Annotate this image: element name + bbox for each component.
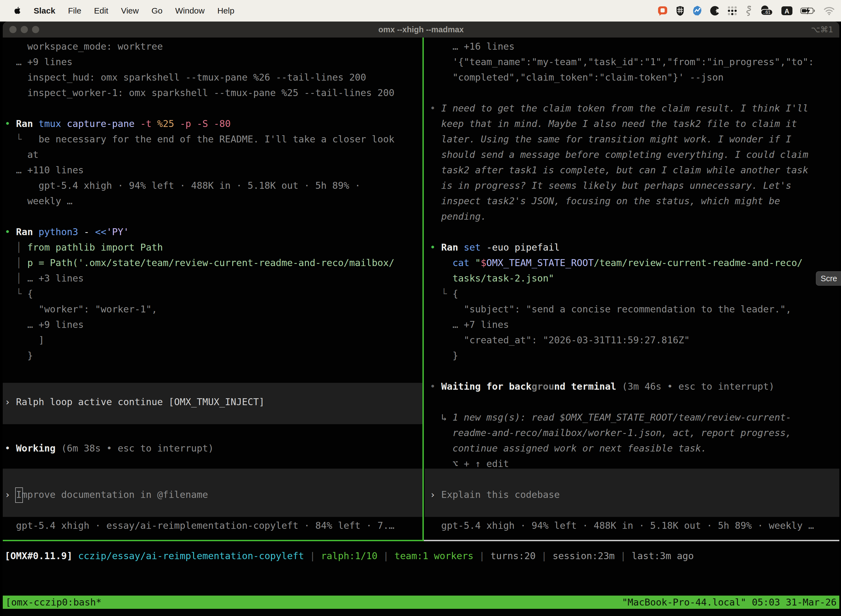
- terminal-line: │ … +3 lines: [5, 270, 84, 286]
- terminal-line: • Waiting for background terminal (3m 46…: [430, 378, 775, 394]
- pane-divider[interactable]: [422, 38, 424, 540]
- terminal-line: workspace_mode: worktree: [5, 39, 163, 54]
- menu-edit[interactable]: Edit: [94, 6, 108, 15]
- svg-text:A: A: [784, 7, 789, 15]
- menu-file[interactable]: File: [68, 6, 81, 15]
- inactive-pane-border: [424, 540, 840, 541]
- terminal-line: • I need to get the claim token from the…: [430, 100, 809, 116]
- active-pane-border: [3, 540, 424, 541]
- menubar-status-icons: ..61A: [657, 5, 841, 16]
- wifi-icon[interactable]: [823, 6, 835, 15]
- terminal-line: }: [430, 348, 458, 363]
- minimize-button[interactable]: [21, 26, 28, 33]
- terminal-line: should send a message before completing …: [430, 147, 808, 162]
- svg-text:..61: ..61: [763, 10, 771, 15]
- terminal-line: }: [5, 348, 33, 363]
- terminal-line: weekly …: [5, 193, 73, 209]
- terminal-line: ⌥ + ↑ edit: [430, 456, 509, 471]
- terminal-line: gpt-5.4 xhigh · 94% left · 488K in · 5.1…: [5, 178, 360, 193]
- window-titlebar: omx --xhigh --madmax ⌥⌘1: [3, 22, 840, 38]
- terminal-line: … +9 lines: [5, 54, 73, 70]
- terminal-line: └ {: [5, 286, 33, 301]
- terminal-line: "subject": "send a concise recommendatio…: [430, 301, 791, 317]
- terminal-line: task2 after task1 is complete, but can I…: [430, 162, 808, 178]
- apple-menu-icon[interactable]: [14, 6, 21, 15]
- terminal-line: gpt-5.4 xhigh · 94% left · 488K in · 5.1…: [430, 518, 814, 533]
- tmux-session-label: [omx-cczip0:bash*: [6, 597, 101, 608]
- terminal-line: › Ralph loop active continue [OMX_TMUX_I…: [5, 394, 265, 409]
- terminal-line: continue assigned work or next feasible …: [430, 440, 707, 456]
- terminal-line: readme-and-reco/mailbox/worker-1.json, a…: [430, 425, 791, 440]
- terminal-line: • Working (6m 38s • esc to interrupt): [5, 440, 214, 456]
- terminal-line: at: [5, 147, 39, 162]
- menu-items: SlackFileEditViewGoWindowHelp: [0, 6, 234, 15]
- terminal-line: │ p = Path('.omx/state/team/review-curre…: [5, 255, 394, 270]
- terminal-line: later. Using the same for transition mig…: [430, 131, 791, 147]
- terminal-line: "completed","claim_token":"claim-token"}…: [430, 70, 724, 85]
- menubar: SlackFileEditViewGoWindowHelp ..61A: [0, 0, 841, 22]
- menu-go[interactable]: Go: [151, 6, 163, 15]
- omx-status-line: [OMX#0.11.9] cczip/essay/ai-reimplementa…: [5, 548, 694, 563]
- menu-window[interactable]: Window: [175, 6, 205, 15]
- shield-grid-icon[interactable]: [675, 6, 685, 16]
- battery-charging-icon[interactable]: [800, 6, 816, 16]
- squiggle-icon[interactable]: [744, 5, 752, 16]
- terminal-line: │ from pathlib import Path: [5, 239, 163, 255]
- close-button[interactable]: [9, 26, 16, 33]
- menu-slack[interactable]: Slack: [34, 6, 55, 15]
- terminal-line: › Improve documentation in @filename: [5, 487, 208, 502]
- terminal-line: keep that in mind. Maybe I also need the…: [430, 116, 797, 131]
- terminal-line: • Ran tmux capture-pane -t %25 -p -S -80: [5, 116, 231, 131]
- terminal-line: "created_at": "2026-03-31T11:59:27.816Z": [430, 332, 690, 348]
- terminal-line: tasks/task-2.json": [430, 270, 554, 286]
- stats-hexagon-icon[interactable]: [692, 6, 702, 16]
- dots-grid-icon[interactable]: [727, 6, 737, 16]
- terminal-line: inspect_hud: omx sparkshell --tmux-pane …: [5, 70, 366, 85]
- terminal-line: … +9 lines: [5, 317, 84, 332]
- terminal-line: inspect_worker-1: omx sparkshell --tmux-…: [5, 85, 394, 100]
- window-title: omx --xhigh --madmax: [3, 25, 840, 34]
- timer-61-badge-icon[interactable]: ..61: [759, 5, 774, 16]
- tmux-status-bar: [omx-cczip0:bash* "MacBook-Pro-44.local"…: [3, 595, 840, 609]
- slack-notification-icon[interactable]: [657, 5, 668, 16]
- terminal-line: "worker": "worker-1",: [5, 301, 157, 317]
- tmux-host-clock: "MacBook-Pro-44.local" 05:03 31-Mar-26: [622, 597, 837, 608]
- window-shortcut-badge: ⌥⌘1: [811, 22, 833, 38]
- terminal: workspace_mode: worktree … +9 lines insp…: [3, 38, 840, 616]
- terminal-line: ]: [5, 332, 44, 348]
- screen-notification-chip[interactable]: Scre: [816, 271, 841, 286]
- dark-circle-notch-icon[interactable]: [710, 6, 720, 16]
- terminal-line: … +110 lines: [5, 162, 84, 178]
- tmux-pane-left[interactable]: workspace_mode: worktree … +9 lines insp…: [3, 38, 422, 540]
- terminal-line: '{"team_name":"my-team","task_id":"1","f…: [430, 54, 814, 70]
- terminal-line: cat "$OMX_TEAM_STATE_ROOT/team/review-cu…: [430, 255, 803, 270]
- terminal-line: › Explain this codebase: [430, 487, 560, 502]
- terminal-line: └ {: [430, 286, 458, 301]
- terminal-line: • Ran python3 - <<'PY': [5, 224, 129, 239]
- terminal-line: … +7 lines: [430, 317, 509, 332]
- terminal-line: is in progress? It seems likely but perh…: [430, 178, 791, 193]
- terminal-line: inspect task2's JSON, focusing on the st…: [430, 193, 780, 209]
- terminal-line: … +16 lines: [430, 39, 514, 54]
- tmux-pane-right[interactable]: … +16 lines '{"team_name":"my-team","tas…: [425, 38, 840, 540]
- terminal-line: pending.: [430, 209, 486, 224]
- traffic-lights: [9, 26, 39, 33]
- menu-view[interactable]: View: [121, 6, 139, 15]
- terminal-line: └ be necessary for the end of the README…: [5, 131, 394, 147]
- input-source-a-icon[interactable]: A: [781, 6, 793, 16]
- terminal-line: • Ran set -euo pipefail: [430, 239, 560, 255]
- zoom-button[interactable]: [32, 26, 39, 33]
- terminal-line: gpt-5.4 xhigh · essay/ai-reimplementatio…: [5, 518, 394, 533]
- terminal-line: ↳ 1 new msg(s): read $OMX_TEAM_STATE_ROO…: [430, 409, 791, 425]
- menu-help[interactable]: Help: [217, 6, 234, 15]
